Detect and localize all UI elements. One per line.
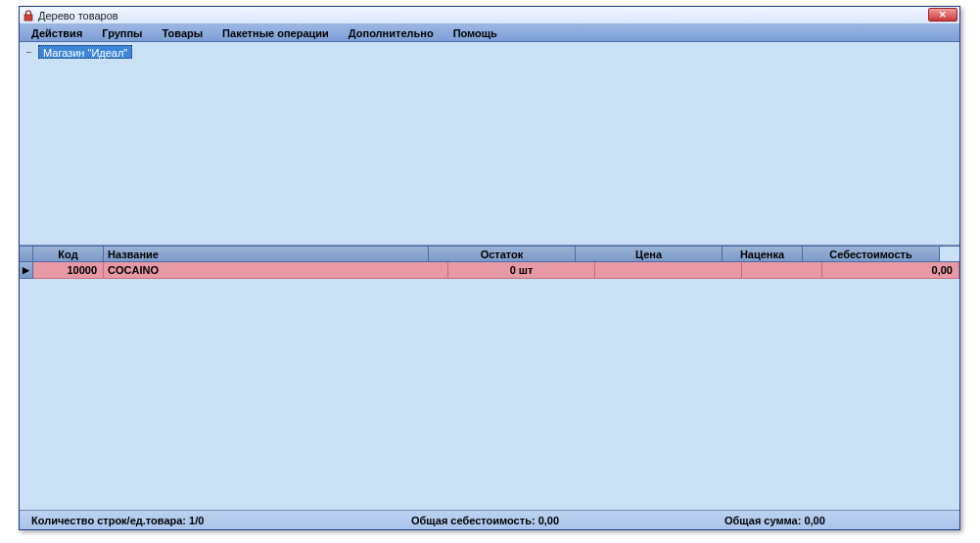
- grid-header-spacer: [940, 246, 959, 262]
- col-header-code[interactable]: Код: [33, 247, 104, 262]
- grid-indicator-header: [20, 246, 33, 262]
- status-total-cost-label: Общая себестоимость:: [411, 515, 536, 526]
- status-total-sum-value: 0,00: [804, 515, 824, 526]
- status-total-cost: Общая себестоимость: 0,00: [411, 515, 559, 526]
- cell-name[interactable]: COCAINO: [104, 262, 448, 279]
- col-header-stock[interactable]: Остаток: [429, 247, 576, 262]
- status-total-cost-value: 0,00: [538, 515, 559, 526]
- close-button[interactable]: ✕: [928, 8, 957, 22]
- col-header-markup[interactable]: Наценка: [723, 247, 803, 262]
- cell-code[interactable]: 10000: [33, 262, 104, 279]
- grid-header: Код Название Остаток Цена Наценка Себест…: [33, 246, 940, 262]
- row-indicator-icon: ▶: [20, 262, 33, 279]
- menubar: Действия Группы Товары Пакетные операции…: [20, 24, 959, 42]
- menu-actions[interactable]: Действия: [22, 26, 92, 40]
- menu-additional[interactable]: Дополнительно: [339, 26, 443, 40]
- cell-markup[interactable]: [742, 262, 822, 279]
- cell-cost[interactable]: 0,00: [822, 262, 959, 279]
- svg-rect-0: [24, 15, 32, 21]
- status-rowcount-value: 1/0: [189, 515, 204, 526]
- menu-batch[interactable]: Пакетные операции: [212, 26, 339, 40]
- col-header-name[interactable]: Название: [104, 247, 429, 262]
- status-rowcount-label: Количество строк/ед.товара:: [31, 515, 186, 526]
- table-row[interactable]: ▶ 10000 COCAINO 0 шт 0,00: [20, 262, 959, 279]
- menu-goods[interactable]: Товары: [153, 26, 213, 40]
- col-header-price[interactable]: Цена: [576, 247, 723, 262]
- statusbar: Количество строк/ед.товара: 1/0 Общая се…: [20, 510, 959, 529]
- col-header-cost[interactable]: Себестоимость: [803, 247, 940, 262]
- status-total-sum-label: Общая сумма:: [724, 515, 801, 526]
- tree-pane[interactable]: – Магазин "Идеал": [20, 42, 959, 246]
- status-total-sum: Общая сумма: 0,00: [724, 515, 825, 526]
- tree-root-row[interactable]: – Магазин "Идеал": [23, 44, 956, 60]
- cell-price[interactable]: [595, 262, 742, 279]
- close-icon: ✕: [939, 10, 947, 20]
- tree-root-label[interactable]: Магазин "Идеал": [38, 45, 132, 59]
- app-icon: [22, 9, 34, 22]
- menu-help[interactable]: Помощь: [443, 26, 507, 40]
- grid-header-wrap: Код Название Остаток Цена Наценка Себест…: [20, 246, 959, 262]
- window-title: Дерево товаров: [38, 10, 118, 22]
- window: Дерево товаров ✕ Действия Группы Товары …: [19, 6, 960, 530]
- cell-stock[interactable]: 0 шт: [448, 262, 595, 279]
- menu-groups[interactable]: Группы: [92, 26, 152, 40]
- status-rowcount: Количество строк/ед.товара: 1/0: [31, 515, 204, 526]
- grid-body[interactable]: ▶ 10000 COCAINO 0 шт 0,00: [20, 262, 959, 509]
- titlebar[interactable]: Дерево товаров ✕: [20, 7, 959, 24]
- tree-collapse-icon[interactable]: –: [23, 47, 34, 58]
